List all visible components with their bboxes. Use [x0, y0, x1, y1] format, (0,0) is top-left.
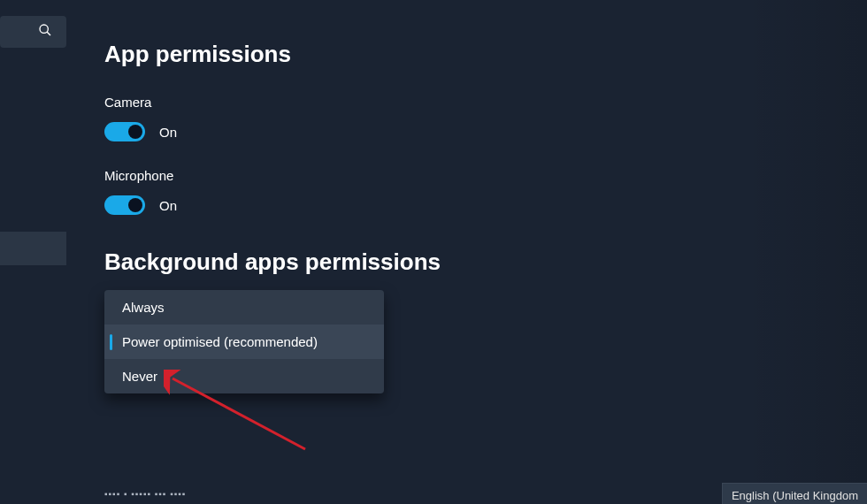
camera-label: Camera	[104, 95, 724, 110]
right-shadow-overlay	[743, 0, 867, 504]
settings-content: App permissions Camera On Microphone On …	[104, 41, 724, 393]
microphone-toggle-row: On	[104, 195, 724, 215]
background-apps-heading: Background apps permissions	[104, 248, 724, 276]
dropdown-option-always[interactable]: Always	[104, 290, 384, 325]
camera-permission-row: Camera On	[104, 95, 724, 141]
sidebar-selected-item[interactable]	[0, 232, 66, 265]
background-apps-dropdown[interactable]: Always Power optimised (recommended) Nev…	[104, 290, 384, 393]
dropdown-option-power-optimised[interactable]: Power optimised (recommended)	[104, 325, 384, 359]
search-box[interactable]	[0, 16, 66, 48]
search-icon	[38, 23, 52, 41]
toggle-knob	[128, 198, 142, 212]
app-permissions-heading: App permissions	[104, 41, 724, 68]
language-indicator[interactable]: English (United Kingdom	[722, 483, 867, 504]
footer-dotted-text: ▪▪▪▪ ▪ ▪▪▪▪▪ ▪▪▪ ▪▪▪▪	[104, 489, 186, 499]
svg-point-0	[40, 25, 48, 33]
microphone-toggle-state: On	[159, 198, 177, 213]
camera-toggle-row: On	[104, 122, 724, 141]
camera-toggle[interactable]	[104, 122, 145, 141]
microphone-permission-row: Microphone On	[104, 168, 724, 215]
svg-line-1	[47, 32, 50, 35]
toggle-knob	[128, 125, 142, 139]
microphone-label: Microphone	[104, 168, 724, 183]
camera-toggle-state: On	[159, 125, 177, 140]
microphone-toggle[interactable]	[104, 195, 145, 215]
dropdown-option-never[interactable]: Never	[104, 359, 384, 393]
